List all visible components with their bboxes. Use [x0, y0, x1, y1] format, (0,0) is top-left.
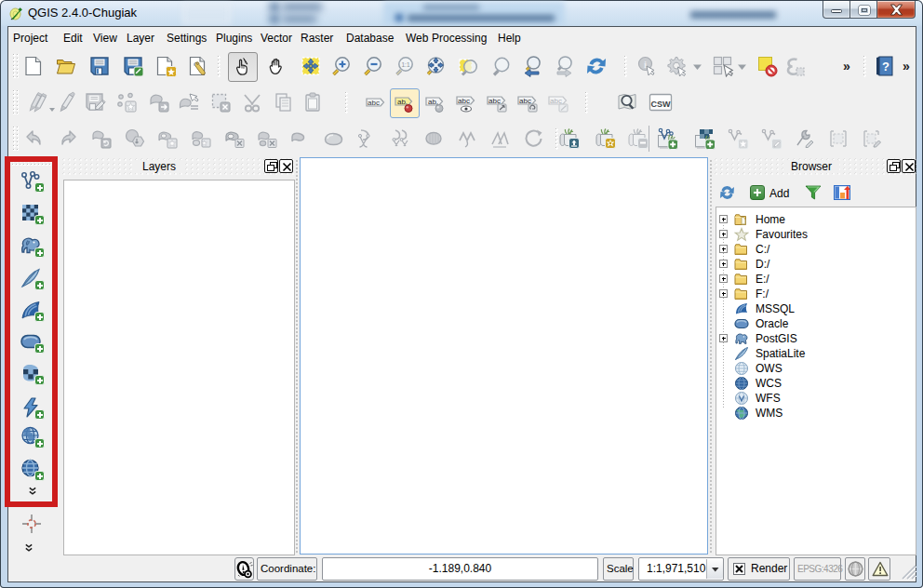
svg-text:abc: abc — [519, 97, 531, 105]
svg-text:abc: abc — [488, 97, 501, 105]
svg-text:1:1: 1:1 — [401, 61, 409, 68]
svg-text:?: ? — [882, 60, 890, 74]
svg-text:ab: ab — [428, 98, 436, 106]
svg-text:abc: abc — [368, 99, 380, 107]
svg-text:abc: abc — [550, 97, 562, 105]
svg-text:i: i — [644, 59, 647, 70]
svg-text:abc: abc — [458, 97, 470, 105]
svg-text:ab: ab — [397, 98, 406, 106]
svg-text:CSW: CSW — [651, 100, 672, 109]
